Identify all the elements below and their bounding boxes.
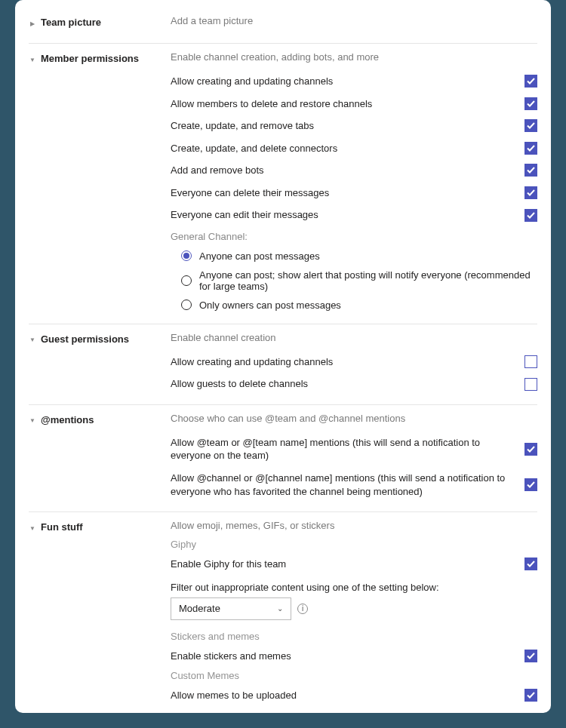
radio-row[interactable]: Anyone can post; show alert that posting… bbox=[181, 266, 537, 296]
checkbox-label: Allow @team or @[team name] mentions (th… bbox=[171, 436, 515, 462]
mentions-list: Allow @team or @[team name] mentions (th… bbox=[171, 432, 537, 502]
section-title: @mentions bbox=[41, 414, 94, 425]
checkbox-label: Enable stickers and memes bbox=[171, 650, 515, 663]
chevron-down-icon: ⌄ bbox=[277, 604, 283, 613]
radio-label: Anyone can post messages bbox=[199, 250, 320, 262]
section-desc: Enable channel creation, adding bots, an… bbox=[171, 51, 537, 63]
checkbox[interactable] bbox=[524, 689, 537, 702]
checkbox-row: Create, update, and remove tabs bbox=[171, 115, 537, 137]
checkbox-row: Enable Giphy for this team bbox=[171, 553, 537, 576]
guest-permissions-list: Allow creating and updating channelsAllo… bbox=[171, 351, 537, 395]
section-title: Team picture bbox=[41, 17, 101, 28]
checkbox[interactable] bbox=[524, 558, 537, 570]
section-title: Guest permissions bbox=[41, 333, 129, 345]
checkbox[interactable] bbox=[524, 650, 537, 662]
checkbox-row: Allow guests to delete channels bbox=[171, 373, 537, 395]
section-guest-permissions: ▼ Guest permissions Enable channel creat… bbox=[29, 324, 537, 404]
checkbox-label: Allow creating and updating channels bbox=[171, 75, 515, 88]
caret-down-icon: ▼ bbox=[29, 417, 36, 425]
radio-label: Only owners can post messages bbox=[199, 299, 341, 311]
caret-right-icon: ▶ bbox=[29, 20, 36, 27]
section-header-guest-permissions[interactable]: ▼ Guest permissions bbox=[29, 332, 171, 395]
radio-row[interactable]: Anyone can post messages bbox=[181, 247, 537, 266]
section-title: Member permissions bbox=[41, 53, 139, 64]
checkbox-label: Allow members to delete and restore chan… bbox=[171, 97, 515, 111]
giphy-subsection-label: Giphy bbox=[171, 539, 537, 550]
filter-select-value: Moderate bbox=[179, 603, 220, 614]
caret-down-icon: ▼ bbox=[29, 336, 36, 344]
radio-button[interactable] bbox=[181, 250, 192, 261]
checkbox-label: Add and remove bots bbox=[171, 164, 515, 177]
checkbox-row: Allow creating and updating channels bbox=[171, 70, 537, 93]
radio-row[interactable]: Only owners can post messages bbox=[181, 296, 537, 315]
filter-select[interactable]: Moderate ⌄ bbox=[171, 597, 291, 620]
radio-label: Anyone can post; show alert that posting… bbox=[199, 269, 537, 292]
checkbox[interactable] bbox=[524, 443, 537, 456]
checkbox-label: Allow @channel or @[channel name] mentio… bbox=[171, 472, 515, 498]
section-mentions: ▼ @mentions Choose who can use @team and… bbox=[29, 404, 537, 511]
checkbox-row: Allow creating and updating channels bbox=[171, 351, 537, 373]
checkbox[interactable] bbox=[524, 186, 537, 199]
checkbox-row: Add and remove bots bbox=[171, 159, 537, 182]
checkbox-row: Enable stickers and memes bbox=[171, 645, 537, 668]
checkbox-label: Allow creating and updating channels bbox=[171, 355, 515, 369]
checkbox[interactable] bbox=[524, 164, 537, 177]
section-header-member-permissions[interactable]: ▼ Member permissions bbox=[29, 51, 171, 315]
radio-button[interactable] bbox=[181, 299, 192, 310]
checkbox-label: Create, update, and remove tabs bbox=[171, 119, 515, 133]
section-desc: Enable channel creation bbox=[171, 332, 537, 343]
settings-panel: ▶ Team picture Add a team picture ▼ Memb… bbox=[15, 0, 551, 713]
section-fun-stuff: ▼ Fun stuff Allow emoji, memes, GIFs, or… bbox=[29, 511, 537, 713]
section-title: Fun stuff bbox=[41, 521, 83, 533]
section-header-mentions[interactable]: ▼ @mentions bbox=[29, 413, 171, 502]
stickers-subsection-label: Stickers and memes bbox=[171, 631, 537, 642]
section-header-team-picture[interactable]: ▶ Team picture bbox=[29, 15, 171, 34]
checkbox-row: Everyone can edit their messages bbox=[171, 204, 537, 226]
checkbox-label: Create, update, and delete connectors bbox=[171, 142, 515, 155]
checkbox[interactable] bbox=[524, 75, 537, 88]
section-desc: Choose who can use @team and @channel me… bbox=[171, 413, 537, 424]
section-team-picture: ▶ Team picture Add a team picture bbox=[29, 15, 537, 43]
checkbox-label: Enable Giphy for this team bbox=[171, 558, 515, 571]
section-header-fun-stuff[interactable]: ▼ Fun stuff bbox=[29, 520, 171, 707]
general-channel-radio-group: Anyone can post messagesAnyone can post;… bbox=[171, 247, 537, 315]
checkbox-label: Everyone can edit their messages bbox=[171, 208, 515, 222]
checkbox[interactable] bbox=[524, 355, 537, 368]
checkbox-label: Allow memes to be uploaded bbox=[171, 689, 515, 702]
section-desc: Allow emoji, memes, GIFs, or stickers bbox=[171, 520, 537, 531]
checkbox-row: Everyone can delete their messages bbox=[171, 182, 537, 204]
checkbox-row: Allow memes to be uploaded bbox=[171, 684, 537, 707]
checkbox[interactable] bbox=[524, 97, 537, 110]
checkbox[interactable] bbox=[524, 119, 537, 132]
checkbox-row: Allow @channel or @[channel name] mentio… bbox=[171, 467, 537, 502]
checkbox-row: Create, update, and delete connectors bbox=[171, 137, 537, 160]
caret-down-icon: ▼ bbox=[29, 56, 36, 63]
filter-select-wrap: Moderate ⌄ i bbox=[171, 597, 537, 620]
checkbox-label: Allow guests to delete channels bbox=[171, 377, 515, 391]
section-desc: Add a team picture bbox=[171, 15, 537, 26]
general-channel-label: General Channel: bbox=[171, 231, 537, 242]
checkbox[interactable] bbox=[524, 209, 537, 222]
radio-button[interactable] bbox=[181, 275, 192, 286]
checkbox[interactable] bbox=[524, 378, 537, 391]
filter-label: Filter out inappropriate content using o… bbox=[171, 582, 537, 593]
section-member-permissions: ▼ Member permissions Enable channel crea… bbox=[29, 43, 537, 324]
checkbox[interactable] bbox=[524, 142, 537, 155]
member-permissions-list: Allow creating and updating channelsAllo… bbox=[171, 70, 537, 226]
caret-down-icon: ▼ bbox=[29, 524, 36, 532]
checkbox[interactable] bbox=[524, 478, 537, 491]
custom-memes-subsection-label: Custom Memes bbox=[171, 670, 537, 681]
checkbox-row: Allow @team or @[team name] mentions (th… bbox=[171, 432, 537, 467]
checkbox-row: Allow members to delete and restore chan… bbox=[171, 93, 537, 115]
checkbox-label: Everyone can delete their messages bbox=[171, 186, 515, 200]
info-icon[interactable]: i bbox=[297, 604, 308, 614]
